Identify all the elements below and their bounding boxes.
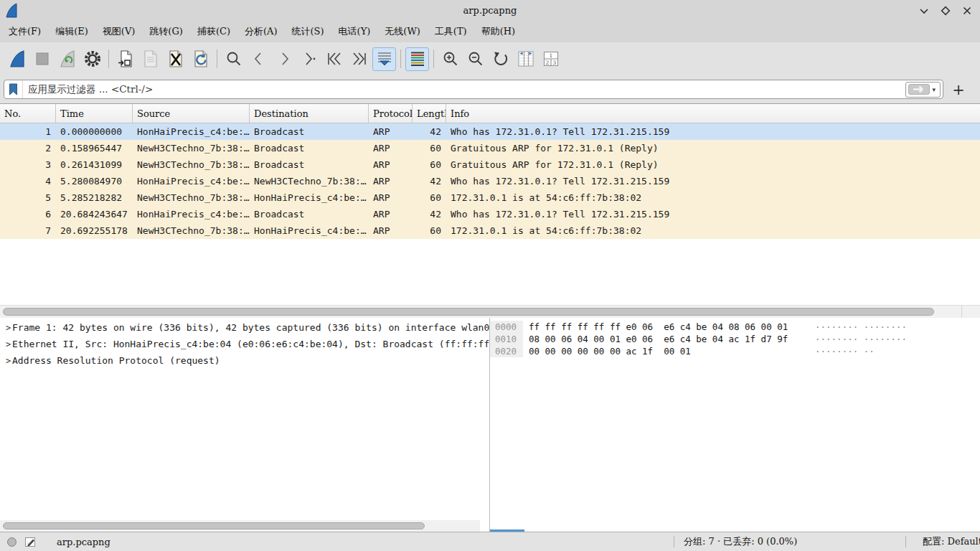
wireshark-window: arp.pcapng 文件(F)编辑(E)视图(V)跳转(G)捕获(C)分析(A…: [0, 0, 980, 551]
menu-item-3[interactable]: 跳转(G): [142, 21, 190, 42]
zoom-in-button[interactable]: [438, 47, 462, 71]
zoom-reset-button[interactable]: [489, 47, 512, 71]
packet-row[interactable]: 10.000000000HonHaiPrecis_c4:be:…Broadcas…: [0, 123, 980, 140]
zoom-out-button[interactable]: [463, 47, 487, 71]
hex-row[interactable]: 0000ff ff ff ff ff ff e0 06 e6 c4 be 04 …: [490, 321, 980, 333]
display-filter-input[interactable]: 应用显示过滤器 ... <Ctrl-/> ▾: [4, 80, 943, 99]
first-packet-button[interactable]: [322, 47, 346, 71]
cell-no: 7: [0, 225, 56, 236]
numbered-columns-button[interactable]: 123: [539, 47, 562, 71]
hex-bytes: 08 00 06 04 00 01 e0 06 e6 c4 be 04 ac 1…: [523, 334, 815, 344]
hex-ascii: ········ ········: [815, 321, 907, 332]
column-header-no[interactable]: No.: [0, 104, 56, 123]
profile-selector[interactable]: 配置: Default: [906, 535, 980, 548]
cell-time: 20.684243647: [56, 209, 133, 220]
filter-bookmark-icon[interactable]: [4, 80, 23, 98]
column-header-destination[interactable]: Destination: [250, 104, 369, 123]
find-packet-button[interactable]: [222, 47, 245, 71]
hex-row[interactable]: 002000 00 00 00 00 00 ac 1f 00 01·······…: [490, 345, 980, 357]
column-header-info[interactable]: Info: [446, 104, 980, 123]
hex-bytes: ff ff ff ff ff ff e0 06 e6 c4 be 04 08 0…: [523, 321, 815, 332]
packet-row[interactable]: 620.684243647HonHaiPrecis_c4:be:…Broadca…: [0, 206, 980, 222]
filter-dropdown-icon[interactable]: ▾: [930, 86, 938, 93]
close-icon[interactable]: [961, 5, 973, 17]
column-header-source[interactable]: Source: [133, 104, 250, 123]
menu-item-7[interactable]: 电话(Y): [331, 21, 378, 42]
expand-arrow-icon[interactable]: >: [0, 323, 12, 333]
menu-item-6[interactable]: 统计(S): [285, 21, 331, 42]
toolbar-separator: [400, 50, 401, 68]
add-filter-button[interactable]: +: [943, 76, 974, 103]
last-packet-button[interactable]: [347, 47, 371, 71]
cell-length: 42: [413, 126, 446, 137]
cell-protocol: ARP: [369, 143, 413, 154]
packet-row[interactable]: 55.285218282NewH3CTechno_7b:38:…HonHaiPr…: [0, 189, 980, 206]
packet-details-pane: >Frame 1: 42 bytes on wire (336 bits), 4…: [0, 318, 490, 532]
menu-item-1[interactable]: 编辑(E): [48, 21, 95, 42]
column-header-length[interactable]: Length: [413, 104, 446, 123]
capture-filename: arp.pcapng: [57, 537, 110, 547]
menu-item-9[interactable]: 工具(T): [428, 21, 474, 42]
go-forward-button[interactable]: [272, 47, 296, 71]
cell-source: NewH3CTechno_7b:38:…: [133, 225, 250, 236]
column-header-protocol[interactable]: Protocol: [369, 104, 413, 123]
menu-item-0[interactable]: 文件(F): [1, 21, 48, 42]
cell-length: 60: [413, 143, 446, 154]
packet-row[interactable]: 20.158965447NewH3CTechno_7b:38:…Broadcas…: [0, 140, 980, 156]
close-file-button[interactable]: [164, 47, 187, 71]
go-to-packet-button[interactable]: [297, 47, 321, 71]
menubar: 文件(F)编辑(E)视图(V)跳转(G)捕获(C)分析(A)统计(S)电话(Y)…: [0, 21, 980, 42]
start-capture-button[interactable]: [5, 47, 29, 71]
expand-arrow-icon[interactable]: >: [0, 339, 12, 349]
cell-no: 2: [0, 143, 56, 154]
packet-row[interactable]: 45.280084970HonHaiPrecis_c4:be:…NewH3CTe…: [0, 173, 980, 189]
save-file-button[interactable]: [138, 47, 162, 71]
stop-capture-button[interactable]: [30, 47, 54, 71]
svg-text:2: 2: [545, 60, 549, 66]
expand-arrow-icon[interactable]: >: [0, 356, 12, 366]
toolbar-separator: [217, 50, 217, 68]
resize-columns-button[interactable]: [514, 47, 537, 71]
packet-row[interactable]: 720.692255178NewH3CTechno_7b:38:…HonHaiP…: [0, 222, 980, 239]
cell-no: 1: [0, 126, 56, 137]
titlebar: arp.pcapng: [0, 0, 980, 21]
packet-bytes-pane: 0000ff ff ff ff ff ff e0 06 e6 c4 be 04 …: [490, 318, 980, 532]
svg-text:1: 1: [549, 52, 552, 59]
menu-item-2[interactable]: 视图(V): [95, 21, 143, 42]
maximize-icon[interactable]: [940, 5, 951, 17]
svg-text:3: 3: [552, 60, 556, 66]
packet-row[interactable]: 30.261431099NewH3CTechno_7b:38:…Broadcas…: [0, 156, 980, 173]
cell-source: HonHaiPrecis_c4:be:…: [133, 176, 250, 187]
detail-line-1[interactable]: >Ethernet II, Src: HonHaiPrecis_c4:be:04…: [0, 336, 489, 352]
capture-options-button[interactable]: [80, 47, 104, 71]
cell-info: Gratuitous ARP for 172.31.0.1 (Reply): [446, 159, 980, 170]
packet-list-hscrollbar[interactable]: [0, 305, 980, 318]
packet-counts: 分组: 7 · 已丢弃: 0 (0.0%): [674, 535, 905, 548]
detail-text: Ethernet II, Src: HonHaiPrecis_c4:be:04 …: [12, 339, 489, 349]
apply-filter-group: ▾: [905, 82, 941, 98]
apply-filter-icon[interactable]: [908, 84, 930, 95]
expert-info-icon[interactable]: [6, 537, 17, 547]
colorize-packets-button[interactable]: [405, 47, 429, 71]
auto-scroll-button[interactable]: [372, 47, 396, 71]
menu-item-8[interactable]: 无线(W): [377, 21, 428, 42]
menu-item-10[interactable]: 帮助(H): [474, 21, 522, 42]
filter-bar: 应用显示过滤器 ... <Ctrl-/> ▾ +: [0, 75, 980, 104]
menu-item-4[interactable]: 捕获(C): [190, 21, 237, 42]
go-back-button[interactable]: [247, 47, 270, 71]
capture-comment-icon[interactable]: [24, 536, 36, 547]
column-header-time[interactable]: Time: [56, 104, 133, 123]
minimize-icon[interactable]: [918, 5, 930, 17]
restart-capture-button[interactable]: [55, 47, 79, 71]
detail-line-2[interactable]: >Address Resolution Protocol (request): [0, 352, 489, 369]
scrollbar-handle[interactable]: [3, 308, 934, 316]
hex-ascii: ········ ··: [815, 346, 875, 357]
reload-file-button[interactable]: [189, 47, 212, 71]
open-file-button[interactable]: [113, 47, 137, 71]
hex-row[interactable]: 001008 00 06 04 00 01 e0 06 e6 c4 be 04 …: [490, 333, 980, 345]
scrollbar-handle[interactable]: [3, 522, 425, 529]
details-hscrollbar[interactable]: [0, 520, 480, 532]
detail-line-0[interactable]: >Frame 1: 42 bytes on wire (336 bits), 4…: [0, 319, 489, 336]
cell-time: 5.280084970: [56, 176, 133, 187]
menu-item-5[interactable]: 分析(A): [237, 21, 285, 42]
